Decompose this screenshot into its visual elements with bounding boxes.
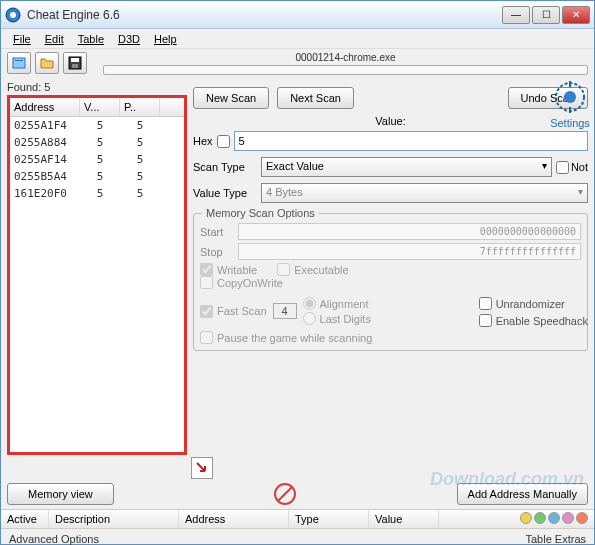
start-label: Start (200, 226, 230, 238)
color-dot[interactable] (548, 512, 560, 524)
writable-row: Writable (200, 263, 257, 276)
hex-label: Hex (193, 135, 213, 147)
not-checkbox[interactable] (556, 161, 569, 174)
writable-label: Writable (217, 264, 257, 276)
color-dot[interactable] (576, 512, 588, 524)
svg-point-1 (10, 12, 16, 18)
mem-options-title: Memory Scan Options (202, 207, 319, 219)
minimize-button[interactable]: — (502, 6, 530, 24)
menu-edit[interactable]: Edit (39, 31, 70, 47)
unrandomizer-checkbox[interactable] (479, 297, 492, 310)
color-dot[interactable] (562, 512, 574, 524)
header-prev[interactable]: P.. (120, 98, 160, 116)
menu-help[interactable]: Help (148, 31, 183, 47)
value-type-select[interactable]: 4 Bytes (261, 183, 588, 203)
cell-prev: 5 (120, 117, 160, 134)
cell-prev: 5 (120, 151, 160, 168)
menubar: File Edit Table D3D Help (1, 29, 594, 49)
alignment-radio[interactable] (303, 297, 316, 310)
extra-checks: Unrandomizer Enable Speedhack (479, 297, 588, 327)
fast-scan-checkbox[interactable] (200, 305, 213, 318)
col-description[interactable]: Description (49, 510, 179, 528)
value-input[interactable] (234, 131, 588, 151)
writable-checkbox[interactable] (200, 263, 213, 276)
col-value[interactable]: Value (369, 510, 439, 528)
menu-file[interactable]: File (7, 31, 37, 47)
menu-d3d[interactable]: D3D (112, 31, 146, 47)
table-row[interactable]: 0255A88455 (10, 134, 184, 151)
speedhack-checkbox[interactable] (479, 314, 492, 327)
scan-buttons: New Scan Next Scan Undo Scan (193, 87, 588, 109)
start-row: Start (200, 223, 581, 240)
new-scan-button[interactable]: New Scan (193, 87, 269, 109)
table-row[interactable]: 161E20F055 (10, 185, 184, 202)
table-extras-link[interactable]: Table Extras (525, 533, 586, 545)
fast-scan-value[interactable] (273, 303, 297, 319)
color-dot[interactable] (534, 512, 546, 524)
table-row[interactable]: 0255B5A455 (10, 168, 184, 185)
results-table[interactable]: Address V... P.. 0255A1F4550255A88455025… (7, 95, 187, 455)
close-button[interactable]: ✕ (562, 6, 590, 24)
color-dots (514, 510, 594, 528)
results-header: Address V... P.. (10, 98, 184, 117)
fast-scan-label: Fast Scan (217, 305, 267, 317)
col-type[interactable]: Type (289, 510, 369, 528)
titlebar: Cheat Engine 6.6 — ☐ ✕ (1, 1, 594, 29)
col-address[interactable]: Address (179, 510, 289, 528)
bottom-row: Memory view Add Address Manually (1, 479, 594, 509)
main-window: Cheat Engine 6.6 — ☐ ✕ File Edit Table D… (0, 0, 595, 545)
open-process-button[interactable] (7, 52, 31, 74)
left-panel: Found: 5 Address V... P.. 0255A1F4550255… (7, 79, 187, 455)
pause-label: Pause the game while scanning (217, 332, 372, 344)
memory-view-button[interactable]: Memory view (7, 483, 114, 505)
svg-point-8 (564, 91, 576, 103)
stop-label: Stop (200, 246, 230, 258)
executable-checkbox[interactable] (277, 263, 290, 276)
table-row[interactable]: 0255AF1455 (10, 151, 184, 168)
stop-input[interactable] (238, 243, 581, 260)
maximize-button[interactable]: ☐ (532, 6, 560, 24)
svg-rect-2 (13, 58, 25, 68)
cell-value: 5 (80, 185, 120, 202)
hex-checkbox[interactable] (217, 135, 230, 148)
app-icon (5, 7, 21, 23)
not-label: Not (571, 161, 588, 173)
save-button[interactable] (63, 52, 87, 74)
arrow-button[interactable] (191, 457, 213, 479)
header-value[interactable]: V... (80, 98, 120, 116)
found-count: Found: 5 (7, 79, 187, 95)
copyonwrite-checkbox[interactable] (200, 276, 213, 289)
start-input[interactable] (238, 223, 581, 240)
add-address-manually-button[interactable]: Add Address Manually (457, 483, 588, 505)
settings-button[interactable]: Settings (550, 79, 590, 129)
col-active[interactable]: Active (1, 510, 49, 528)
copyonwrite-label: CopyOnWrite (217, 277, 283, 289)
cell-address: 0255B5A4 (10, 168, 80, 185)
advanced-options-link[interactable]: Advanced Options (9, 533, 99, 545)
executable-row: Executable (277, 263, 348, 276)
open-file-button[interactable] (35, 52, 59, 74)
scan-type-select[interactable]: Exact Value (261, 157, 552, 177)
mid-row (1, 457, 594, 479)
value-input-row: Hex (193, 131, 588, 151)
svg-rect-3 (15, 60, 23, 61)
cell-address: 0255AF14 (10, 151, 80, 168)
settings-area: Settings (550, 79, 590, 129)
next-scan-button[interactable]: Next Scan (277, 87, 354, 109)
cell-value: 5 (80, 134, 120, 151)
settings-label: Settings (550, 117, 590, 129)
menu-table[interactable]: Table (72, 31, 110, 47)
no-entry-icon (274, 483, 296, 505)
value-type-label: Value Type (193, 187, 257, 199)
cell-value: 5 (80, 168, 120, 185)
color-dot[interactable] (520, 512, 532, 524)
unrandomizer-label: Unrandomizer (496, 298, 565, 310)
header-address[interactable]: Address (10, 98, 80, 116)
right-panel: Settings New Scan Next Scan Undo Scan Va… (193, 79, 588, 455)
last-digits-radio[interactable] (303, 312, 316, 325)
table-row[interactable]: 0255A1F455 (10, 117, 184, 134)
scan-type-row: Scan Type Exact Value Not (193, 157, 588, 177)
pause-checkbox[interactable] (200, 331, 213, 344)
cell-value: 5 (80, 117, 120, 134)
progress-area: 00001214-chrome.exe (103, 52, 588, 75)
